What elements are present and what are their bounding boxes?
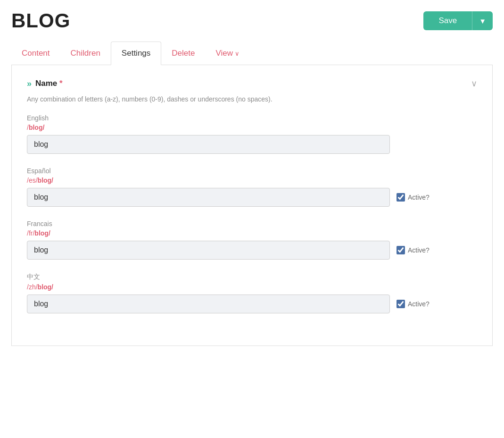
field-row-espanol: Active? [27,188,477,207]
field-label-chinese: 中文 [27,273,477,281]
espanol-input[interactable] [27,188,390,207]
content-panel: » Name * ∨ Any combination of letters (a… [11,65,493,346]
header: BLOG Save ▼ [11,9,493,32]
section-header: » Name * ∨ [27,78,477,89]
field-group-chinese: 中文 /zh/blog/ Active? [27,273,477,313]
tab-bar: Content Children Settings Delete View [11,42,493,65]
english-input[interactable] [27,135,390,154]
section-title-row: » Name * [27,79,63,89]
field-group-espanol: Español /es/blog/ Active? [27,167,477,207]
chinese-active-checkbox[interactable] [397,300,405,308]
collapse-icon[interactable]: ∨ [471,78,477,89]
chevron-right-icon: » [27,79,32,89]
field-path-chinese: /zh/blog/ [27,283,477,291]
tabs: Content Children Settings Delete View [11,42,493,65]
chinese-input[interactable] [27,295,390,313]
field-path-espanol: /es/blog/ [27,177,477,184]
page-wrapper: BLOG Save ▼ Content Children Settings De… [0,0,504,438]
chinese-active-label: Active? [397,300,430,308]
tab-settings[interactable]: Settings [111,42,161,65]
field-group-english: English /blog/ [27,114,477,154]
tab-children[interactable]: Children [60,42,111,65]
page-title: BLOG [11,9,70,32]
save-button-group: Save ▼ [423,11,493,30]
field-path-english: /blog/ [27,124,477,131]
field-row-english [27,135,477,154]
chevron-down-icon: ▼ [479,17,486,25]
section-title: Name * [35,79,63,88]
francais-active-checkbox[interactable] [397,246,405,254]
field-label-francais: Francais [27,220,477,227]
tab-content[interactable]: Content [11,42,60,65]
field-path-francais: /fr/blog/ [27,229,477,237]
field-row-chinese: Active? [27,295,477,313]
field-row-francais: Active? [27,241,477,260]
espanol-active-checkbox[interactable] [397,193,405,202]
field-label-espanol: Español [27,167,477,175]
field-group-francais: Francais /fr/blog/ Active? [27,220,477,260]
section-description: Any combination of letters (a-z), number… [27,95,477,103]
espanol-active-label: Active? [397,193,430,202]
save-dropdown-button[interactable]: ▼ [472,11,493,30]
save-button[interactable]: Save [423,11,472,30]
francais-input[interactable] [27,241,390,260]
required-indicator: * [59,79,63,88]
francais-active-label: Active? [397,246,430,254]
tab-view[interactable]: View [205,42,249,65]
tab-delete[interactable]: Delete [161,42,205,65]
field-label-english: English [27,114,477,122]
